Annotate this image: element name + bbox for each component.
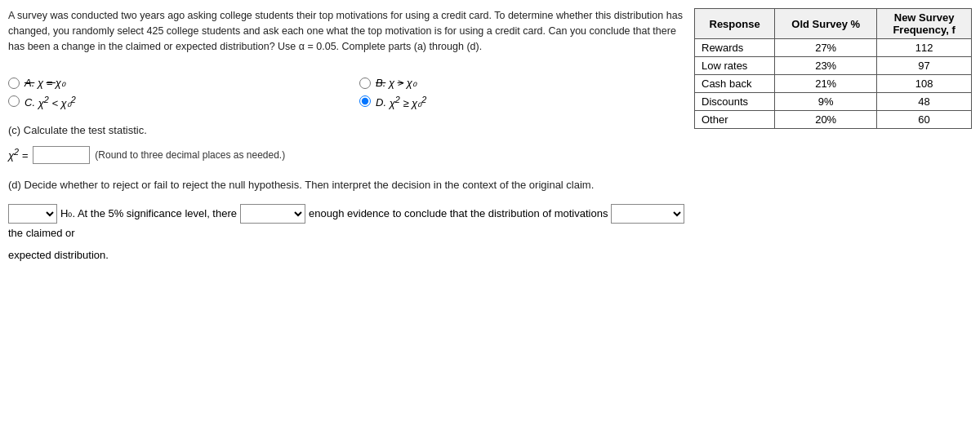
end-text: the claimed or <box>8 227 75 239</box>
cell-response: Other <box>695 111 775 129</box>
table-row: Low rates23%97 <box>695 57 972 75</box>
evidence-select[interactable]: is is not <box>240 204 305 224</box>
option-d-label: D. χ2 ≥ χ₀2 <box>376 94 426 109</box>
cell-new-freq: 48 <box>877 93 972 111</box>
middle-text: enough evidence to conclude that the dis… <box>309 207 608 219</box>
chi-squared-input[interactable] <box>33 146 90 164</box>
cell-response: Rewards <box>695 39 775 57</box>
option-b-label: B. χ > χ₀ <box>376 77 416 89</box>
cell-old-pct: 9% <box>775 93 877 111</box>
cell-new-freq: 60 <box>877 111 972 129</box>
round-hint: (Round to three decimal places as needed… <box>95 149 285 161</box>
table-row: Other20%60 <box>695 111 972 129</box>
col-old-survey: Old Survey % <box>775 9 877 39</box>
radio-a[interactable] <box>8 78 20 89</box>
problem-text: A survey was conducted two years ago ask… <box>8 8 686 54</box>
radio-c[interactable] <box>8 95 20 107</box>
part-d-label: (d) Decide whether to reject or fail to … <box>8 179 686 191</box>
survey-table: Response Old Survey % New SurveyFrequenc… <box>694 8 972 129</box>
chi-squared-label: χ2 = <box>8 147 28 162</box>
table-row: Cash back21%108 <box>695 75 972 93</box>
col-new-survey: New SurveyFrequency, f <box>877 9 972 39</box>
decide-row: Reject Fail to reject H₀. At the 5% sign… <box>8 204 686 239</box>
cell-old-pct: 21% <box>775 75 877 93</box>
cell-new-freq: 108 <box>877 75 972 93</box>
option-d[interactable]: D. χ2 ≥ χ₀2 <box>359 94 686 109</box>
table-row: Rewards27%112 <box>695 39 972 57</box>
option-b[interactable]: B. χ > χ₀ <box>359 77 686 89</box>
option-a[interactable]: A. χ = χ₀ <box>8 77 335 89</box>
cell-new-freq: 112 <box>877 39 972 57</box>
table-row: Discounts9%48 <box>695 93 972 111</box>
data-table-container: Response Old Survey % New SurveyFrequenc… <box>694 8 972 413</box>
option-c[interactable]: C. χ2 < χ₀2 <box>8 94 335 109</box>
part-c-label: (c) Calculate the test statistic. <box>8 124 686 136</box>
calc-row: χ2 = (Round to three decimal places as n… <box>8 146 686 164</box>
cell-old-pct: 20% <box>775 111 877 129</box>
radio-b[interactable] <box>359 78 371 89</box>
cell-old-pct: 27% <box>775 39 877 57</box>
cell-response: Cash back <box>695 75 775 93</box>
claimed-select[interactable]: matches differs from <box>611 204 684 224</box>
cell-new-freq: 97 <box>877 57 972 75</box>
cell-response: Low rates <box>695 57 775 75</box>
col-response: Response <box>695 9 775 39</box>
option-c-label: C. χ2 < χ₀2 <box>24 94 76 109</box>
cell-response: Discounts <box>695 93 775 111</box>
option-a-label: A. χ = χ₀ <box>24 77 65 89</box>
answer-options: A. χ = χ₀ B. χ > χ₀ C. χ2 < χ₀2 <box>8 77 686 109</box>
reject-select[interactable]: Reject Fail to reject <box>8 204 57 224</box>
cell-old-pct: 23% <box>775 57 877 75</box>
expected-text: expected distribution. <box>8 249 686 261</box>
radio-d[interactable] <box>359 95 371 107</box>
h0-text: H₀. At the 5% significance level, there <box>60 207 237 219</box>
